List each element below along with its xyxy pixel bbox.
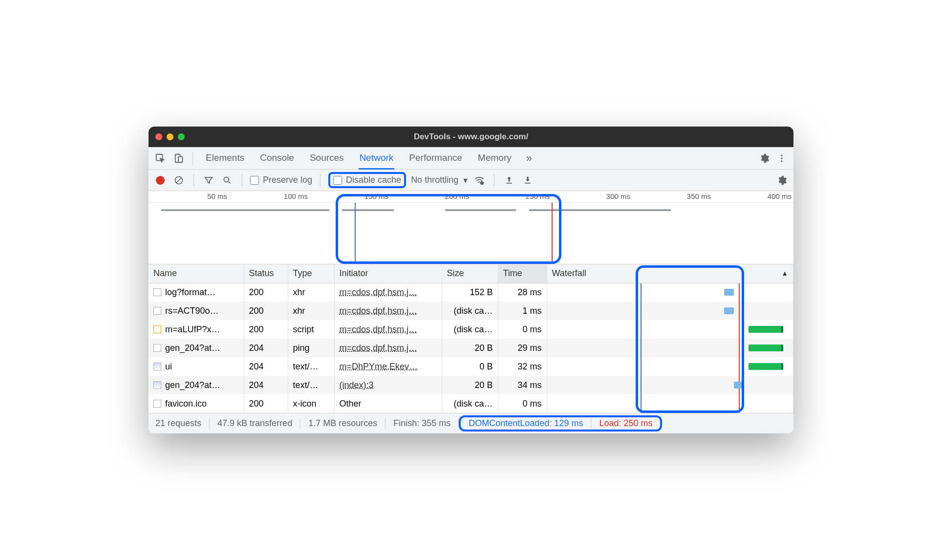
svg-point-8 (224, 177, 229, 182)
initiator-link[interactable]: m=cdos,dpf,hsm,j… (340, 306, 418, 316)
tab-network[interactable]: Network (359, 148, 395, 170)
request-table: Name Status Type Initiator Size Time Wat… (149, 264, 793, 413)
cell-name: log?format… (149, 283, 244, 302)
table-row[interactable]: rs=ACT90o…200xhrm=cdos,dpf,hsm,j…(disk c… (149, 302, 793, 320)
file-icon (153, 307, 161, 315)
cell-waterfall (547, 394, 793, 413)
cell-size: (disk ca… (442, 302, 498, 320)
kebab-menu-icon[interactable] (774, 151, 790, 166)
load-line (739, 357, 740, 376)
svg-point-4 (781, 157, 782, 159)
cell-size: 0 B (442, 357, 498, 376)
status-dcl: DOMContentLoaded: 129 ms (461, 418, 591, 429)
timeline-overview[interactable]: 50 ms100 ms150 ms200 ms250 ms300 ms350 m… (149, 191, 793, 264)
table-row[interactable]: m=aLUfP?x…200scriptm=cdos,dpf,hsm,j…(dis… (149, 320, 793, 339)
cell-waterfall (547, 357, 793, 376)
cell-type: script (288, 320, 334, 339)
initiator-link[interactable]: m=cdos,dpf,hsm,j… (340, 343, 418, 353)
cell-name: gen_204?at… (149, 339, 244, 357)
filter-icon[interactable] (202, 173, 215, 187)
upload-har-icon[interactable] (502, 173, 516, 187)
status-requests: 21 requests (155, 418, 210, 429)
cell-name: m=aLUfP?x… (149, 320, 244, 339)
preserve-log-checkbox[interactable]: Preserve log (250, 175, 312, 185)
search-icon[interactable] (220, 173, 234, 187)
network-settings-gear-icon[interactable] (775, 173, 789, 187)
cell-time: 0 ms (498, 320, 547, 339)
cell-size: 20 B (442, 339, 498, 357)
cell-name: gen_204?at… (149, 376, 244, 394)
col-waterfall[interactable]: Waterfall ▲ (547, 264, 793, 283)
initiator-link[interactable]: m=DhPYme,Ekev… (340, 362, 418, 371)
tab-console[interactable]: Console (259, 148, 295, 169)
tab-elements[interactable]: Elements (205, 148, 245, 169)
inspect-element-icon[interactable] (152, 151, 168, 166)
ruler-tick: 250 ms (471, 191, 552, 202)
initiator-link[interactable]: m=cdos,dpf,hsm,j… (340, 287, 418, 297)
cell-type: ping (288, 339, 334, 357)
col-size[interactable]: Size (442, 264, 498, 283)
cell-name: ui (149, 357, 244, 376)
overview-bars (149, 209, 793, 212)
initiator-link[interactable]: m=cdos,dpf,hsm,j… (340, 324, 418, 334)
settings-gear-icon[interactable] (756, 151, 772, 166)
minimize-window-button[interactable] (167, 133, 173, 140)
table-row[interactable]: log?format…200xhrm=cdos,dpf,hsm,j…152 B2… (149, 283, 793, 302)
ruler-tick: 300 ms (552, 191, 632, 202)
waterfall-bar (724, 289, 734, 296)
clear-icon[interactable] (172, 173, 186, 187)
statusbar: 21 requests 47.9 kB transferred 1.7 MB r… (149, 413, 793, 433)
ruler-tick: 350 ms (632, 191, 713, 202)
svg-rect-12 (525, 183, 531, 184)
cell-waterfall (547, 376, 793, 394)
cell-name: rs=ACT90o… (149, 302, 244, 320)
cell-type: x-icon (288, 394, 334, 413)
cell-status: 200 (244, 283, 288, 302)
waterfall-bar (724, 307, 734, 314)
ruler-tick: 400 ms (713, 191, 793, 202)
cell-initiator: m=cdos,dpf,hsm,j… (334, 339, 442, 357)
ruler-tick: 100 ms (229, 191, 310, 202)
close-window-button[interactable] (155, 133, 162, 140)
maximize-window-button[interactable] (178, 133, 185, 140)
annotation-highlight (336, 194, 561, 264)
cell-status: 200 (244, 302, 288, 320)
file-icon (153, 381, 161, 389)
cell-initiator: (index):3 (334, 376, 442, 394)
file-icon (153, 344, 161, 352)
table-row[interactable]: gen_204?at…204pingm=cdos,dpf,hsm,j…20 B2… (149, 339, 793, 357)
record-button[interactable] (153, 173, 167, 187)
table-row[interactable]: ui204text/…m=DhPYme,Ekev…0 B32 ms (149, 357, 793, 376)
ruler-tick: 50 ms (149, 191, 229, 202)
table-row[interactable]: gen_204?at…204text/…(index):320 B34 ms (149, 376, 793, 394)
tab-performance[interactable]: Performance (408, 148, 463, 169)
cell-time: 1 ms (498, 302, 547, 320)
download-har-icon[interactable] (521, 173, 535, 187)
col-time[interactable]: Time (498, 264, 547, 283)
cell-status: 200 (244, 394, 288, 413)
col-name[interactable]: Name (149, 264, 244, 283)
titlebar: DevTools - www.google.com/ (149, 127, 793, 147)
col-status[interactable]: Status (244, 264, 288, 283)
overview-bar (161, 209, 329, 211)
file-icon (153, 325, 161, 333)
svg-rect-2 (178, 156, 182, 162)
dcl-marker-line (355, 203, 356, 264)
disable-cache-checkbox[interactable]: Disable cache (328, 172, 406, 188)
overview-bar (342, 209, 394, 211)
cell-initiator: m=cdos,dpf,hsm,j… (334, 320, 442, 339)
col-initiator[interactable]: Initiator (334, 264, 442, 283)
device-toolbar-icon[interactable] (171, 151, 187, 166)
table-header-row: Name Status Type Initiator Size Time Wat… (149, 264, 793, 283)
initiator-link[interactable]: (index):3 (340, 380, 374, 390)
col-type[interactable]: Type (288, 264, 334, 283)
cell-status: 204 (244, 376, 288, 394)
network-conditions-icon[interactable] (472, 173, 486, 187)
more-tabs-button[interactable]: » (525, 147, 533, 170)
table-row[interactable]: favicon.ico200x-iconOther(disk ca…0 ms (149, 394, 793, 413)
throttling-dropdown[interactable]: No throttling ▾ (411, 175, 468, 186)
cell-size: 152 B (442, 283, 498, 302)
file-icon (153, 400, 161, 408)
tab-memory[interactable]: Memory (477, 148, 513, 169)
tab-sources[interactable]: Sources (309, 148, 345, 169)
